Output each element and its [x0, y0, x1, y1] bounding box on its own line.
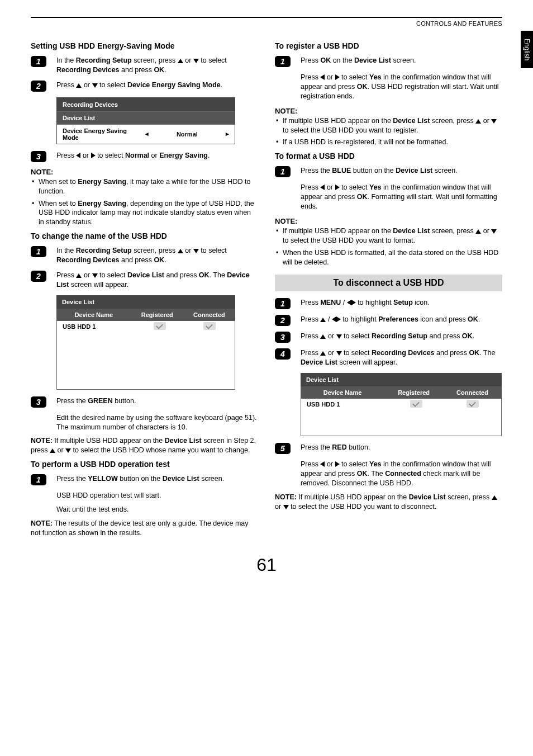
text: The results of the device test are only …: [31, 519, 249, 537]
text: or: [80, 152, 91, 159]
triangle-up-icon: [320, 318, 326, 322]
triangle-up-icon: [76, 83, 82, 88]
text: screen.: [391, 56, 416, 64]
text: .: [221, 81, 222, 89]
col-header: Registered: [384, 386, 443, 399]
text: OK: [357, 470, 368, 478]
triangle-right-icon: [351, 300, 356, 305]
text: icon and press: [418, 315, 468, 323]
text: . The: [210, 271, 227, 279]
triangle-up-icon: [178, 59, 183, 63]
text: Device List: [127, 271, 164, 279]
device-name: USB HDD 1: [57, 321, 135, 333]
step-body: Press or to select Yes in the confirmati…: [301, 73, 502, 101]
text: OK: [154, 256, 164, 264]
text: screen will appear.: [337, 358, 397, 366]
triangle-right-icon: [335, 461, 340, 467]
text: button on the: [351, 167, 396, 174]
note-list: When set to Energy Saving, it may take a…: [31, 177, 258, 227]
text: Press: [301, 299, 320, 306]
header-rule: [31, 17, 502, 18]
text: and press: [427, 332, 462, 340]
col-header: Connected: [443, 386, 502, 399]
osd-title: Device List: [301, 373, 502, 386]
text: to select the USB HDD you want to format…: [283, 237, 415, 244]
text: screen.: [199, 475, 224, 483]
step-body: Press or to select Yes in the confirmati…: [301, 460, 502, 488]
device-name: USB HDD 1: [301, 399, 388, 411]
table-row: USB HDD 1: [57, 321, 235, 333]
text: Press: [301, 332, 320, 340]
text: GREEN: [88, 397, 112, 405]
triangle-down-icon: [193, 59, 199, 63]
step-body: Press or to select Device List and press…: [56, 271, 258, 290]
triangle-up-icon: [475, 119, 481, 124]
section-title-operation-test: To perform a USB HDD operation test: [31, 460, 258, 469]
text: .: [164, 66, 166, 74]
text: Recording Setup: [76, 247, 132, 254]
text: screen, press: [132, 247, 178, 254]
text: to select: [342, 332, 372, 340]
text: or: [55, 446, 65, 454]
text: In the: [56, 247, 76, 254]
step-badge-1: 1: [31, 56, 46, 67]
step-body: Press or to select Device Energy Saving …: [56, 81, 258, 90]
text: screen, press: [132, 56, 178, 64]
language-tab: English: [521, 31, 533, 68]
text: or: [325, 183, 335, 191]
section-title-register: To register a USB HDD: [275, 41, 502, 50]
text: or: [326, 332, 336, 340]
step-badge-3: 3: [31, 396, 46, 408]
text: When the USB HDD is formatted, all the d…: [275, 248, 502, 267]
text: NOTE:: [31, 437, 54, 445]
text: OK: [320, 56, 331, 64]
triangle-down-icon: [65, 448, 71, 453]
triangle-right-icon: [336, 316, 341, 322]
text: to select: [340, 73, 370, 81]
text: Device List: [301, 358, 337, 366]
text: YELLOW: [88, 475, 117, 483]
text: screen.: [432, 167, 457, 174]
note: NOTE: If multiple USB HDD appear on the …: [275, 493, 502, 512]
triangle-up-icon: [178, 249, 183, 253]
text: Press: [301, 315, 320, 323]
text: Recording Devices: [56, 256, 120, 264]
text: Energy Saving: [78, 200, 126, 207]
text: In the: [56, 56, 76, 64]
text: Recording Devices: [56, 66, 120, 74]
step-body: Press the GREEN button.: [56, 396, 258, 406]
osd-row: Device List: [57, 112, 235, 124]
osd-title: Recording Devices: [57, 98, 235, 111]
text: Connected: [385, 470, 421, 478]
text: or: [481, 117, 491, 125]
text: BLUE: [332, 167, 351, 174]
step-body: Press OK on the Device List screen.: [301, 56, 502, 65]
step-body: Press or to select Recording Devices and…: [301, 348, 502, 367]
triangle-left-icon: [347, 300, 351, 305]
left-column: Setting USB HDD Energy-Saving Mode 1 In …: [31, 37, 258, 538]
text: When set to: [39, 200, 78, 207]
section-title-format: To format a USB HDD: [275, 152, 502, 160]
note-list: If multiple USB HDD appear on the Device…: [275, 226, 502, 267]
osd-setting-value: Normal: [154, 128, 220, 140]
note-list: If multiple USB HDD appear on the Device…: [275, 116, 502, 148]
triangle-down-icon: [193, 249, 199, 253]
empty-area: [301, 411, 501, 436]
step-badge-2: 2: [31, 271, 46, 282]
step-body: Press the BLUE button on the Device List…: [301, 166, 502, 176]
text: .: [473, 332, 474, 340]
text: icon.: [413, 299, 430, 306]
triangle-down-icon: [92, 83, 98, 88]
text: screen, press: [430, 227, 475, 235]
step-badge-3: 3: [31, 151, 46, 162]
col-header: Device Name: [301, 386, 384, 399]
text: Device List: [354, 56, 391, 64]
text: Energy Saving: [159, 152, 208, 159]
osd-arrow-right-icon: ▸: [220, 127, 235, 140]
text: Device List: [163, 475, 199, 483]
text: or: [325, 73, 335, 81]
note-title: NOTE:: [275, 107, 502, 115]
text: to select: [340, 460, 370, 468]
text: or: [326, 349, 336, 357]
osd-device-list: Device List Device Name Registered Conne…: [301, 373, 502, 436]
